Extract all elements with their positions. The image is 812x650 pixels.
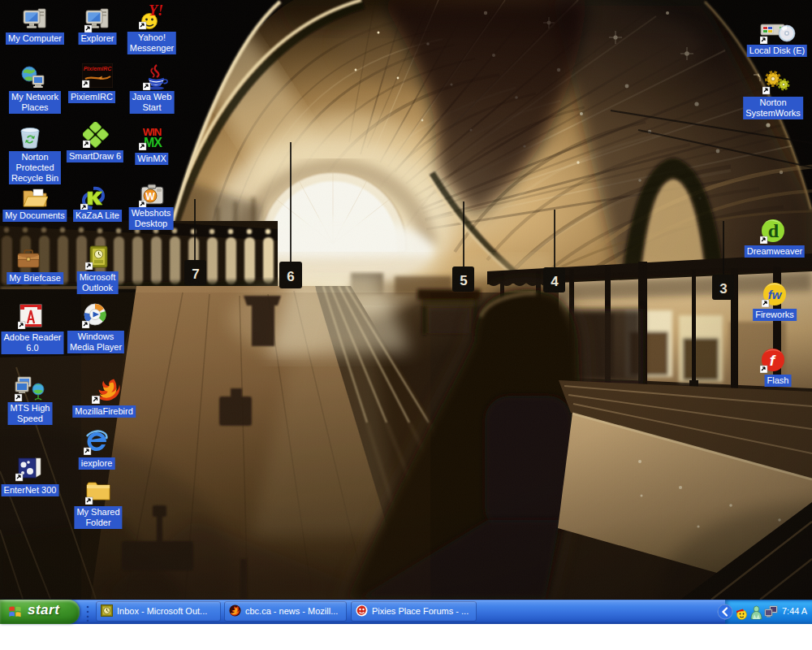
svg-text:W: W	[145, 191, 155, 202]
svg-text:d: d	[768, 220, 780, 241]
svg-text:MX: MX	[144, 136, 162, 150]
svg-text:Y!: Y!	[149, 3, 163, 19]
svg-text:PixiemIRC: PixiemIRC	[84, 66, 113, 72]
svg-text:fw: fw	[768, 288, 783, 301]
